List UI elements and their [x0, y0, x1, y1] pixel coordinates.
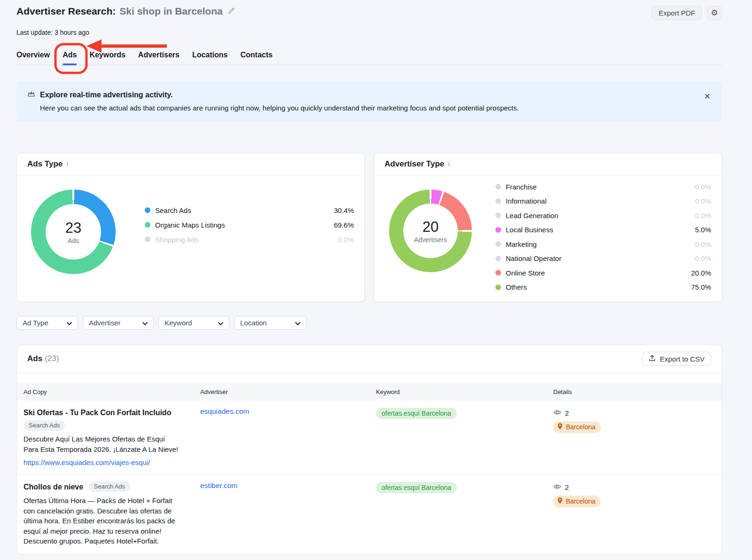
crown-icon — [27, 90, 36, 100]
map-pin-icon — [557, 423, 563, 431]
advertiser-type-title: Advertiser Type — [384, 159, 444, 169]
ads-table-header: Ads(23) Export to CSV — [17, 345, 721, 373]
details-cell: 2 Barcelona — [553, 407, 715, 467]
legend-dot — [495, 184, 501, 189]
legend-dot — [495, 227, 501, 233]
legend-dot — [145, 222, 150, 228]
advertiser-filter[interactable]: Advertiser — [83, 316, 154, 330]
ads-type-card: Ads Type i 23 Ads Search Ads 30.4% — [16, 153, 365, 302]
advertiser-type-donut-chart: 20 Advertisers — [389, 189, 472, 272]
ad-url-link[interactable]: https://www.esquiades.com/viajes-esqui/ — [24, 458, 150, 466]
legend-dot — [145, 207, 150, 213]
eye-icon — [553, 483, 561, 491]
legend-item-national-operator: National Operator 0.0% — [495, 252, 711, 266]
info-banner: Explore real-time advertising activity. … — [16, 81, 722, 121]
banner-title-row: Explore real-time advertising activity. — [27, 90, 711, 100]
info-icon[interactable]: i — [448, 160, 450, 168]
ad-title: Ski Ofertas - Tu Pack Con Forfait Inclui… — [24, 409, 171, 417]
legend-item-search-ads: Search Ads 30.4% — [145, 203, 354, 218]
legend-dot — [495, 213, 501, 218]
ad-description: Ofertas Última Hora — Packs de Hotel + F… — [24, 496, 180, 546]
tab-contacts[interactable]: Contacts — [240, 51, 272, 59]
location-filter[interactable]: Location — [234, 316, 306, 330]
legend-item-shopping-ads: Shopping Ads 0.0% — [145, 232, 354, 247]
map-pin-icon — [557, 497, 563, 505]
page-title: Advertiser Research: Ski shop in Barcelo… — [16, 6, 235, 17]
ads-count-label: Ads — [68, 237, 79, 245]
chevron-down-icon — [295, 319, 300, 327]
location-pill[interactable]: Barcelona — [553, 496, 601, 507]
project-name: Ski shop in Barcelona — [119, 6, 222, 17]
views-count: 2 — [565, 483, 569, 491]
keyword-pill[interactable]: ofertas esquí Barcelona — [376, 408, 457, 419]
tab-keywords[interactable]: Keywords — [89, 51, 125, 59]
keyword-cell: ofertas esquí Barcelona — [376, 407, 553, 467]
table-column-headers: Ad Copy Advertiser Keyword Details — [17, 383, 721, 401]
legend-item-online-store: Online Store 20.0% — [495, 266, 711, 280]
legend-item-organic-maps-listings: Organic Maps Listings 69.6% — [145, 218, 354, 232]
legend-item-informational: Informational 0.0% — [495, 194, 711, 209]
ad-type-filter[interactable]: Ad Type — [16, 316, 78, 330]
advertiser-type-card: Advertiser Type i 20 Advertisers Franchi… — [374, 153, 722, 302]
ad-title: Chollos de nieve — [24, 483, 83, 491]
settings-button[interactable]: ⚙ — [707, 6, 722, 20]
export-csv-button[interactable]: Export to CSV — [642, 352, 711, 366]
advertisers-count-value: 20 — [423, 219, 439, 236]
banner-title: Explore real-time advertising activity. — [40, 91, 172, 99]
banner-body: Here you can see the actual ads that com… — [40, 104, 711, 112]
advertiser-link[interactable]: esquiades.com — [200, 407, 249, 415]
details-cell: 2 Barcelona — [553, 481, 715, 546]
col-advertiser: Advertiser — [200, 383, 376, 401]
col-details: Details — [553, 383, 715, 401]
ad-type-badge: Search Ads — [24, 420, 65, 431]
advertiser-link[interactable]: estiber.com — [200, 481, 237, 489]
header-actions: Export PDF ⚙ — [651, 6, 722, 20]
advertiser-cell: esquiades.com — [200, 407, 376, 467]
col-ad-copy: Ad Copy — [24, 383, 200, 401]
legend-dot — [495, 241, 501, 247]
ad-description: Descubre Aquí Las Mejores Ofertas de Esq… — [24, 434, 180, 454]
keyword-cell: ofertas esquí Barcelona — [376, 481, 553, 546]
edit-icon[interactable] — [227, 6, 235, 17]
tab-ads[interactable]: Ads — [63, 51, 77, 59]
last-update-label: Last update: 3 hours ago — [16, 29, 722, 36]
legend-item-lead-generation: Lead Generation 0.0% — [495, 208, 711, 223]
ad-copy-cell: Ski Ofertas - Tu Pack Con Forfait Inclui… — [24, 407, 189, 467]
eye-icon — [553, 409, 561, 417]
legend-item-franchise: Franchise 0.0% — [495, 180, 711, 194]
legend-dot — [495, 256, 501, 261]
ad-type-badge: Search Ads — [89, 481, 131, 492]
tab-overview[interactable]: Overview — [16, 51, 50, 59]
ad-copy-cell: Chollos de nieve Search Ads Ofertas Últi… — [24, 481, 189, 546]
keyword-pill[interactable]: ofertas esquí Barcelona — [376, 482, 457, 493]
legend-dot — [495, 198, 501, 204]
tab-locations[interactable]: Locations — [192, 51, 228, 59]
ads-table-title: Ads(23) — [27, 354, 59, 363]
legend-dot — [495, 270, 501, 276]
advertisers-count-label: Advertisers — [414, 236, 447, 244]
ads-table-card: Ads(23) Export to CSV Ad Copy Advertiser… — [16, 345, 722, 554]
legend-dot — [495, 284, 501, 290]
ads-type-donut-chart: 23 Ads — [31, 189, 116, 274]
chevron-down-icon — [67, 319, 72, 327]
info-icon[interactable]: i — [66, 160, 68, 168]
legend-item-others: Others 75.0% — [495, 280, 711, 295]
keyword-filter[interactable]: Keyword — [158, 316, 229, 330]
charts-row: Ads Type i 23 Ads Search Ads 30.4% — [16, 153, 722, 302]
table-row: Chollos de nieve Search Ads Ofertas Últi… — [17, 475, 721, 554]
chevron-down-icon — [142, 319, 148, 327]
advertiser-cell: estiber.com — [200, 481, 376, 546]
report-name: Advertiser Research: — [16, 6, 116, 17]
tab-advertisers[interactable]: Advertisers — [138, 51, 180, 59]
col-keyword: Keyword — [376, 383, 553, 401]
location-pill[interactable]: Barcelona — [553, 421, 601, 433]
legend-item-marketing: Marketing 0.0% — [495, 237, 711, 252]
ads-count-badge: (23) — [45, 354, 59, 363]
ads-count-value: 23 — [65, 220, 81, 237]
filters-row: Ad Type Advertiser Keyword Location — [16, 316, 722, 330]
views-count: 2 — [565, 409, 569, 417]
close-icon[interactable]: ✕ — [704, 93, 710, 100]
export-pdf-button[interactable]: Export PDF — [651, 6, 702, 20]
ads-type-legend: Search Ads 30.4% Organic Maps Listings 6… — [145, 175, 354, 274]
advertiser-type-legend: Franchise 0.0% Informational 0.0% Lead G… — [495, 175, 711, 294]
